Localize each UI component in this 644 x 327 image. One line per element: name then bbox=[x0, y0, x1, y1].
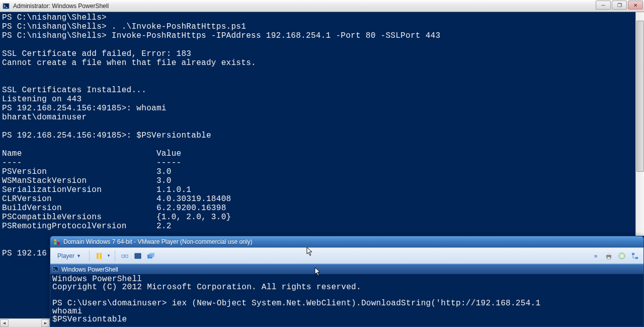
inner-terminal-text: Windows PowerShell Copyright (C) 2012 Mi… bbox=[52, 275, 641, 323]
svg-rect-7 bbox=[122, 255, 124, 257]
scroll-left-arrow-icon[interactable]: ◀ bbox=[0, 319, 9, 327]
svg-rect-11 bbox=[149, 253, 154, 257]
scrollbar-thumb[interactable] bbox=[636, 21, 644, 172]
window-controls: ─ ❐ ✕ bbox=[595, 1, 643, 10]
cd-icon[interactable] bbox=[616, 250, 627, 261]
vertical-scrollbar[interactable] bbox=[635, 12, 644, 236]
separator bbox=[115, 250, 115, 261]
vmware-player-window: Domain Windows 7 64-bit - VMware Player … bbox=[50, 236, 644, 327]
svg-rect-14 bbox=[607, 257, 610, 259]
svg-rect-0 bbox=[3, 3, 9, 9]
svg-point-16 bbox=[621, 255, 623, 256]
svg-rect-2 bbox=[57, 239, 59, 241]
titlebar[interactable]: Administrator: Windows PowerShell ─ ❐ ✕ bbox=[0, 0, 644, 12]
inner-ps-title: Windows PowerShell bbox=[61, 266, 118, 273]
svg-rect-6 bbox=[100, 253, 102, 259]
send-keys-icon[interactable] bbox=[119, 250, 130, 261]
unity-icon[interactable] bbox=[145, 250, 156, 261]
toolbar-right-group: » bbox=[590, 250, 640, 261]
powershell-icon bbox=[2, 2, 10, 10]
svg-rect-5 bbox=[97, 253, 99, 259]
svg-rect-9 bbox=[135, 253, 141, 258]
svg-rect-19 bbox=[53, 267, 58, 271]
close-button[interactable]: ✕ bbox=[628, 1, 643, 10]
svg-rect-8 bbox=[125, 255, 128, 257]
fullscreen-icon[interactable] bbox=[132, 250, 143, 261]
minimize-button[interactable]: ─ bbox=[596, 1, 611, 10]
terminal-text: PS C:\nishang\Shells> PS C:\nishang\Shel… bbox=[2, 13, 642, 258]
horizontal-scrollbar[interactable]: ◀ ▶ bbox=[0, 318, 50, 327]
player-label: Player bbox=[57, 252, 74, 259]
chevron-down-icon: ▼ bbox=[76, 253, 81, 258]
svg-rect-17 bbox=[632, 253, 634, 255]
vmware-icon bbox=[53, 238, 60, 245]
svg-rect-18 bbox=[635, 257, 638, 259]
window-title: Administrator: Windows PowerShell bbox=[13, 3, 109, 10]
player-menu-button[interactable]: Player ▼ bbox=[53, 251, 85, 261]
network-icon[interactable] bbox=[629, 250, 640, 261]
svg-rect-4 bbox=[57, 242, 59, 244]
chevron-right-icon[interactable]: » bbox=[590, 250, 601, 261]
maximize-button[interactable]: ❐ bbox=[612, 1, 627, 10]
inner-ps-titlebar[interactable]: Windows PowerShell bbox=[50, 264, 643, 274]
svg-rect-1 bbox=[54, 239, 56, 241]
separator bbox=[89, 250, 90, 261]
svg-rect-3 bbox=[54, 242, 56, 244]
vm-window-title: Domain Windows 7 64-bit - VMware Player … bbox=[63, 238, 252, 245]
pause-icon[interactable] bbox=[94, 250, 105, 261]
svg-rect-13 bbox=[607, 253, 610, 255]
vm-toolbar: Player ▼ ▼ » bbox=[50, 247, 643, 264]
powershell-icon bbox=[52, 266, 59, 273]
vm-titlebar[interactable]: Domain Windows 7 64-bit - VMware Player … bbox=[50, 236, 643, 247]
inner-terminal-output[interactable]: Windows PowerShell Copyright (C) 2012 Mi… bbox=[50, 274, 643, 327]
chevron-down-icon[interactable]: ▼ bbox=[107, 253, 111, 258]
printer-icon[interactable] bbox=[603, 250, 614, 261]
scroll-right-arrow-icon[interactable]: ▶ bbox=[41, 319, 50, 327]
